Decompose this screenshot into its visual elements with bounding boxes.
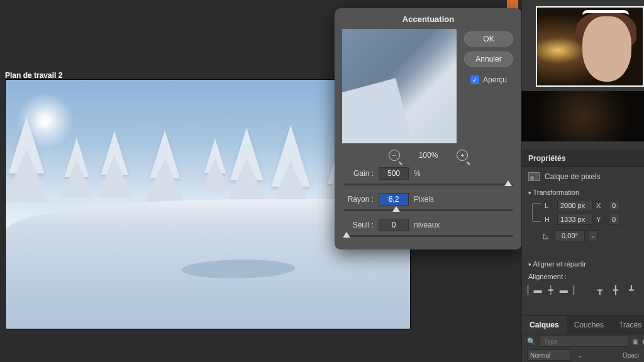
cancel-button[interactable]: Annuler: [464, 52, 513, 67]
filter-image-icon[interactable]: ▣: [632, 336, 638, 346]
seuil-unit: niveaux: [414, 221, 440, 229]
tab-channels[interactable]: Couches: [567, 316, 611, 334]
width-input[interactable]: [557, 200, 592, 211]
navigator-preview[interactable]: [521, 91, 644, 141]
align-center-v-icon[interactable]: ╋: [610, 284, 622, 295]
properties-header[interactable]: Propriétés: [522, 150, 644, 167]
gain-label: Gain :: [343, 169, 374, 178]
webcam-overlay: [536, 6, 644, 87]
zoom-out-icon[interactable]: −: [389, 150, 400, 161]
unsharp-mask-dialog: Accentuation OK Annuler ✓ Aperçu − 100% …: [335, 8, 522, 250]
layer-filter-input[interactable]: [540, 336, 628, 347]
opacity-label: Opaci: [623, 352, 639, 359]
gain-input[interactable]: [379, 167, 409, 180]
y-label: Y: [596, 216, 605, 223]
y-input[interactable]: [609, 214, 620, 225]
seuil-label: Seuil :: [343, 221, 374, 229]
rayon-slider[interactable]: [343, 209, 513, 211]
ok-button[interactable]: OK: [464, 31, 513, 47]
search-icon: 🔍: [527, 336, 536, 346]
tree: [204, 138, 226, 199]
person-glasses: [582, 10, 629, 20]
blend-mode-dropdown[interactable]: Normal: [527, 349, 571, 361]
tree: [8, 116, 45, 214]
seuil-input[interactable]: [379, 219, 409, 231]
align-bottom-icon[interactable]: ┻: [626, 284, 638, 295]
x-label: X: [596, 202, 605, 209]
align-header[interactable]: Aligner et répartir: [522, 258, 644, 270]
align-left-icon[interactable]: ▏▬: [528, 284, 541, 295]
dialog-title: Accentuation: [335, 8, 522, 29]
layer-type-label: Calque de pixels: [545, 172, 601, 181]
transform-header[interactable]: Transformation: [522, 186, 644, 199]
align-right-icon[interactable]: ▬▕: [560, 284, 573, 295]
tree: [100, 131, 128, 206]
preview-checkbox[interactable]: ✓: [470, 75, 479, 84]
zoom-in-icon[interactable]: +: [457, 150, 468, 161]
angle-input[interactable]: 0,00°: [555, 230, 585, 241]
height-label: H: [545, 216, 553, 223]
gain-slider[interactable]: [343, 184, 513, 185]
height-input[interactable]: [557, 214, 592, 225]
zoom-level: 100%: [419, 151, 438, 160]
alignment-label: Alignement :: [522, 270, 644, 284]
x-input[interactable]: [609, 200, 620, 211]
angle-icon: [542, 231, 551, 240]
chevron-down-icon[interactable]: ⌄: [575, 350, 585, 360]
angle-dropdown-icon[interactable]: ⌄: [589, 230, 597, 241]
rayon-unit: Pixels: [414, 195, 434, 204]
rayon-input[interactable]: [379, 193, 409, 206]
filter-preview[interactable]: [342, 29, 457, 143]
tab-layers[interactable]: Calques: [522, 316, 567, 334]
tree: [64, 138, 89, 206]
link-dimensions-icon[interactable]: [532, 203, 541, 222]
tab-paths[interactable]: Tracés: [611, 316, 644, 334]
rayon-label: Rayon :: [343, 195, 374, 204]
gain-unit: %: [414, 169, 421, 178]
right-panel: Propriétés Calque de pixels Transformati…: [521, 0, 644, 362]
seuil-slider[interactable]: [343, 235, 513, 237]
pixel-layer-icon: [528, 172, 540, 181]
align-top-icon[interactable]: ┳: [594, 284, 606, 295]
person-face: [582, 16, 631, 82]
width-label: L: [545, 202, 553, 209]
align-center-h-icon[interactable]: ┿: [545, 284, 557, 295]
preview-label: Aperçu: [483, 75, 507, 84]
